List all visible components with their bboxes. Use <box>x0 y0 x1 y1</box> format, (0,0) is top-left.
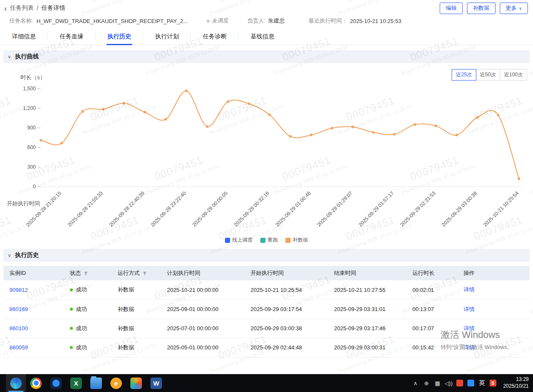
col-end-time: 结束时间 <box>331 266 409 280</box>
svg-text:1,200: 1,200 <box>23 105 36 111</box>
design-app-icon <box>130 378 142 389</box>
tab-execution-plan[interactable]: 执行计划 <box>143 28 191 45</box>
collapse-caret-icon: ∨ <box>8 54 11 60</box>
cell-instance-id: 860059 <box>3 338 66 357</box>
taskbar-app-word[interactable]: W <box>146 374 166 392</box>
cell-instance-id: 860169 <box>3 300 66 319</box>
table-header-row: 实例ID 状态 运行方式 计划执行时间 开始执行时间 结束时间 运行时长 操作 <box>3 266 530 280</box>
status-dot-icon <box>70 346 73 349</box>
taskbar-app-excel[interactable]: X <box>66 374 86 392</box>
more-button[interactable]: 更多∨ <box>500 3 528 14</box>
word-icon: W <box>150 378 162 389</box>
svg-text:开始执行时间: 开始执行时间 <box>7 200 40 207</box>
svg-text:600: 600 <box>27 144 36 150</box>
history-section-header[interactable]: ∨ 执行历史 <box>3 249 530 262</box>
svg-text:900: 900 <box>27 125 36 131</box>
clock-date: 2025/10/21 <box>503 383 529 390</box>
legend-chip-teal <box>260 238 265 243</box>
tab-baseline-info[interactable]: 基线信息 <box>239 28 286 45</box>
filter-icon[interactable] <box>84 271 88 276</box>
execution-curve-chart[interactable]: 时长（s）03006009001,2001,5002025-09-28 21:2… <box>3 72 530 244</box>
table-row: 860169成功补数据2025-09-01 00:00:002025-09-29… <box>3 300 530 319</box>
taskbar-app-file-explorer[interactable] <box>86 374 106 392</box>
edit-button[interactable]: 编辑 <box>440 3 463 14</box>
cell-status: 成功 <box>66 300 114 319</box>
table-row: 909812成功补数据2025-10-21 00:00:002025-10-21… <box>3 280 530 300</box>
svg-text:2025-09-29 00:32:16: 2025-09-29 00:32:16 <box>233 190 271 228</box>
tray-volume-icon[interactable]: ◁)) <box>444 380 454 386</box>
tab-detail-info[interactable]: 详细信息 <box>0 28 48 45</box>
taskbar-app-messaging-app[interactable] <box>46 374 66 392</box>
cell-instance-id-link[interactable]: 909812 <box>9 287 28 293</box>
col-start-time: 开始执行时间 <box>247 266 331 280</box>
tray-app-badge-1[interactable] <box>456 380 463 386</box>
back-icon[interactable]: ‹ <box>4 4 7 12</box>
tab-task-lineage[interactable]: 任务血缘 <box>48 28 95 45</box>
history-section-title: 执行历史 <box>15 251 39 259</box>
cell-start-time: 2025-10-21 10:25:54 <box>247 280 331 300</box>
tab-execution-history[interactable]: 执行历史 <box>95 28 143 45</box>
cell-status: 成功 <box>66 338 114 357</box>
col-planned-time: 计划执行时间 <box>164 266 247 280</box>
svg-text:2025-09-28 22:40:39: 2025-09-28 22:40:39 <box>108 190 146 228</box>
tray-network-icon[interactable]: ⊕ <box>421 380 432 386</box>
legend-online-schedule[interactable]: 线上调度 <box>225 236 253 244</box>
range-last-50-button[interactable]: 近50次 <box>476 69 500 81</box>
chevron-down-icon: ∨ <box>519 6 522 11</box>
tray-expand-icon[interactable]: ∧ <box>410 380 421 386</box>
top-bar: ‹ 任务列表 / 任务详情 编辑 补数据 更多∨ <box>0 0 533 14</box>
collapse-caret-icon: ∨ <box>8 253 11 258</box>
schedule-status: 未调度 <box>207 17 229 25</box>
status-dot-icon <box>70 288 73 291</box>
col-instance-id: 实例ID <box>3 266 66 280</box>
range-last-25-button[interactable]: 近25次 <box>452 69 476 81</box>
clock-time: 13:29 <box>503 376 529 383</box>
breadcrumb-task-list[interactable]: 任务列表 <box>10 4 34 12</box>
taskbar-app-edge-browser[interactable] <box>6 374 26 392</box>
svg-text:2025-09-28 23:22:40: 2025-09-28 23:22:40 <box>150 190 187 228</box>
breadcrumb: ‹ 任务列表 / 任务详情 <box>4 4 65 12</box>
col-status: 状态 <box>66 266 114 280</box>
cell-action-link[interactable]: 详情 <box>464 306 475 312</box>
tray-app-badge-2[interactable] <box>467 380 474 386</box>
svg-text:2025-09-28 21:20:15: 2025-09-28 21:20:15 <box>25 190 63 228</box>
tab-task-diagnosis[interactable]: 任务诊断 <box>191 28 239 45</box>
screen: ‹ 任务列表 / 任务详情 编辑 补数据 更多∨ 任务名称: H_WF_DWD_… <box>0 0 533 392</box>
cell-planned-time: 2025-07-01 00:00:00 <box>164 319 247 338</box>
curve-section-header[interactable]: ∨ 执行曲线 <box>3 50 530 63</box>
backfill-button[interactable]: 补数据 <box>467 3 496 14</box>
messaging-app-icon <box>50 378 62 389</box>
col-duration: 运行时长 <box>409 266 460 280</box>
status-dot-icon <box>70 327 73 330</box>
taskbar-app-chrome-browser[interactable] <box>26 374 46 392</box>
cell-start-time: 2025-09-29 02:44:48 <box>247 338 331 357</box>
legend-backfill[interactable]: 补数据 <box>285 236 308 244</box>
taskbar-clock[interactable]: 13:29 2025/10/21 <box>503 376 529 389</box>
excel-icon: X <box>70 378 82 389</box>
filter-icon[interactable] <box>142 271 147 276</box>
cell-action: 详情 <box>460 300 530 319</box>
execution-curve-panel: 近25次 近50次 近100次 时长（s）03006009001,2001,50… <box>0 63 533 244</box>
range-last-100-button[interactable]: 近100次 <box>500 69 527 81</box>
cell-action-link[interactable]: 详情 <box>464 286 475 293</box>
chrome-browser-icon <box>30 378 42 389</box>
tray-app-badge-3[interactable]: S <box>490 380 496 386</box>
legend-rerun[interactable]: 重跑 <box>260 236 278 244</box>
taskbar-app-design-app[interactable] <box>126 374 146 392</box>
task-name-label: 任务名称: <box>9 17 33 25</box>
svg-text:1,500: 1,500 <box>23 86 36 92</box>
cell-run-mode: 补数据 <box>114 319 164 338</box>
tray-keyboard-icon[interactable]: ▦ <box>432 380 443 386</box>
cell-instance-id-link[interactable]: 860169 <box>9 306 28 312</box>
ime-indicator[interactable]: 英 <box>477 379 487 387</box>
cell-instance-id-link[interactable]: 860100 <box>9 325 28 331</box>
cell-duration: 00:13:07 <box>409 300 460 319</box>
cell-end-time: 2025-09-29 03:31:01 <box>331 300 409 319</box>
last-run-time: 最近执行时间： 2025-10-21 10:25:53 <box>308 17 401 25</box>
cell-instance-id-link[interactable]: 860059 <box>9 344 28 351</box>
cell-planned-time: 2025-09-01 00:00:00 <box>164 300 247 319</box>
header-actions: 编辑 补数据 更多∨ <box>440 3 528 14</box>
taskbar-app-editor-app[interactable]: e <box>106 374 126 392</box>
cell-instance-id: 860100 <box>3 319 66 338</box>
cell-planned-time: 2025-05-01 00:00:00 <box>164 338 247 357</box>
